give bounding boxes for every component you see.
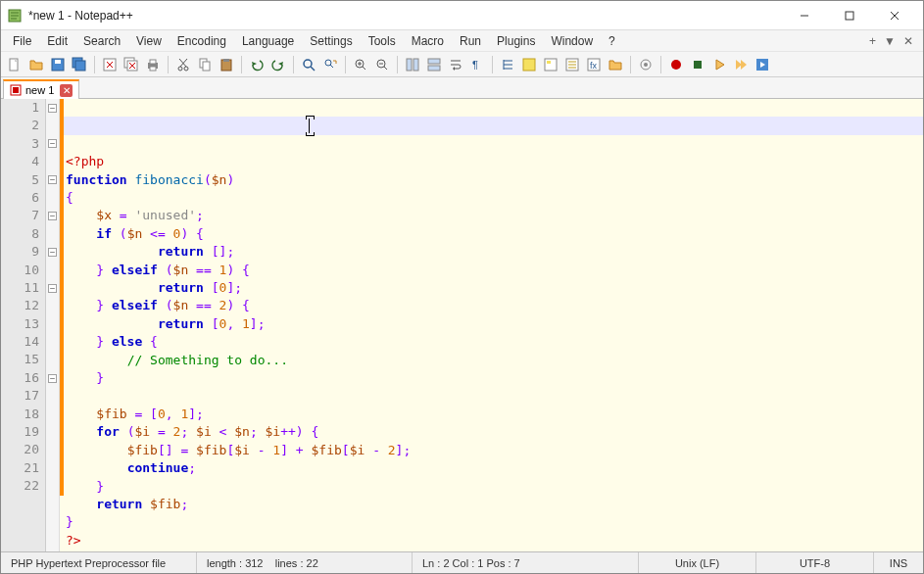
svg-point-59 — [671, 60, 681, 70]
window-title: *new 1 - Notepad++ — [28, 9, 782, 23]
menu-edit[interactable]: Edit — [39, 32, 75, 50]
tab-label: new 1 — [25, 84, 54, 96]
menu-settings[interactable]: Settings — [302, 32, 360, 50]
svg-rect-40 — [413, 59, 418, 71]
menubar-close-icon[interactable]: ✕ — [903, 34, 913, 48]
func-list-button[interactable]: fx — [584, 55, 604, 74]
close-button[interactable] — [872, 1, 917, 30]
svg-rect-25 — [203, 62, 210, 71]
maximize-button[interactable] — [827, 1, 872, 30]
udl-button[interactable] — [519, 55, 539, 74]
menu-window[interactable]: Window — [543, 32, 601, 50]
file-modified-icon — [10, 84, 22, 96]
menubar-plus-icon[interactable]: + — [869, 34, 876, 48]
svg-point-20 — [178, 67, 182, 71]
menu-encoding[interactable]: Encoding — [170, 32, 234, 50]
status-position: Ln : 2 Col : 1 Pos : 7 — [413, 552, 639, 573]
tab-close-icon[interactable]: ✕ — [60, 84, 73, 97]
menu-tools[interactable]: Tools — [361, 32, 404, 50]
svg-line-22 — [179, 59, 186, 67]
svg-rect-27 — [223, 59, 229, 62]
sync-h-button[interactable] — [424, 55, 444, 74]
svg-line-38 — [384, 67, 387, 70]
menu-run[interactable]: Run — [452, 32, 489, 50]
status-ins[interactable]: INS — [874, 552, 923, 573]
menubar: FileEditSearchViewEncodingLanguageSettin… — [1, 30, 923, 52]
print-button[interactable] — [143, 55, 163, 74]
menu-file[interactable]: File — [5, 32, 39, 50]
sync-v-button[interactable] — [403, 55, 422, 74]
cut-button[interactable] — [173, 55, 193, 74]
new-file-button[interactable] — [5, 55, 24, 74]
play-multi-button[interactable] — [731, 55, 751, 74]
svg-point-21 — [184, 67, 188, 71]
svg-text:¶: ¶ — [472, 59, 478, 71]
open-file-button[interactable] — [26, 55, 46, 74]
zoom-out-button[interactable] — [372, 55, 392, 74]
svg-rect-50 — [547, 61, 551, 64]
status-encoding[interactable]: UTF-8 — [756, 552, 874, 573]
menu-language[interactable]: Language — [234, 32, 302, 50]
doc-list-button[interactable] — [562, 55, 582, 74]
close-all-button[interactable] — [122, 55, 141, 74]
svg-rect-18 — [150, 60, 156, 64]
show-all-chars-button[interactable]: ¶ — [467, 55, 487, 74]
replace-button[interactable] — [320, 55, 340, 74]
menu-plugins[interactable]: Plugins — [489, 32, 543, 50]
status-filetype: PHP Hypertext Preprocessor file — [1, 552, 197, 573]
menu-search[interactable]: Search — [75, 32, 128, 50]
code-area[interactable]: <?phpfunction fibonacci($n){ $x = 'unuse… — [64, 99, 923, 551]
monitor-button[interactable] — [636, 55, 656, 74]
menu-macro[interactable]: Macro — [404, 32, 452, 50]
redo-button[interactable] — [268, 55, 288, 74]
text-caret — [309, 119, 310, 133]
stop-macro-button[interactable] — [688, 55, 707, 74]
svg-rect-39 — [407, 59, 412, 71]
editor[interactable]: 12345678910111213141516171819202122 −−−−… — [1, 99, 923, 551]
svg-rect-41 — [428, 59, 440, 64]
status-length-lines: length : 312 lines : 22 — [197, 552, 413, 573]
menu-view[interactable]: View — [128, 32, 170, 50]
copy-button[interactable] — [195, 55, 215, 74]
tabbar: new 1 ✕ — [1, 77, 923, 99]
app-icon — [7, 8, 23, 24]
svg-rect-49 — [545, 59, 557, 71]
toolbar: ¶ fx — [1, 52, 923, 77]
folder-workspace-button[interactable] — [606, 55, 625, 74]
wrap-button[interactable] — [446, 55, 465, 74]
svg-rect-9 — [75, 61, 85, 71]
close-file-button[interactable] — [100, 55, 120, 74]
svg-line-23 — [180, 59, 187, 67]
svg-rect-7 — [55, 60, 61, 64]
menu-[interactable]: ? — [601, 32, 623, 50]
line-number-gutter[interactable]: 12345678910111213141516171819202122 — [1, 99, 46, 551]
file-tab[interactable]: new 1 ✕ — [3, 79, 79, 99]
undo-button[interactable] — [247, 55, 267, 74]
svg-line-29 — [311, 67, 315, 71]
save-button[interactable] — [48, 55, 68, 74]
svg-point-58 — [644, 63, 648, 67]
svg-rect-2 — [846, 12, 853, 20]
zoom-in-button[interactable] — [351, 55, 370, 74]
doc-map-button[interactable] — [541, 55, 560, 74]
svg-line-35 — [363, 67, 365, 70]
record-macro-button[interactable] — [666, 55, 686, 74]
save-all-button[interactable] — [70, 55, 89, 74]
minimize-button[interactable] — [782, 1, 827, 30]
indent-guide-button[interactable] — [498, 55, 517, 74]
find-button[interactable] — [299, 55, 318, 74]
fold-column[interactable]: −−−−−−− — [46, 99, 60, 551]
svg-rect-42 — [428, 66, 440, 71]
svg-text:fx: fx — [590, 61, 598, 71]
svg-point-28 — [304, 60, 312, 68]
save-macro-button[interactable] — [753, 55, 772, 74]
menubar-dropdown-icon[interactable]: ▼ — [884, 34, 896, 48]
paste-button[interactable] — [217, 55, 236, 74]
svg-line-31 — [330, 65, 333, 68]
statusbar: PHP Hypertext Preprocessor file length :… — [1, 551, 923, 573]
svg-rect-60 — [694, 61, 702, 69]
svg-rect-19 — [150, 67, 156, 71]
svg-rect-63 — [13, 87, 19, 93]
play-macro-button[interactable] — [709, 55, 729, 74]
status-eol[interactable]: Unix (LF) — [639, 552, 756, 573]
